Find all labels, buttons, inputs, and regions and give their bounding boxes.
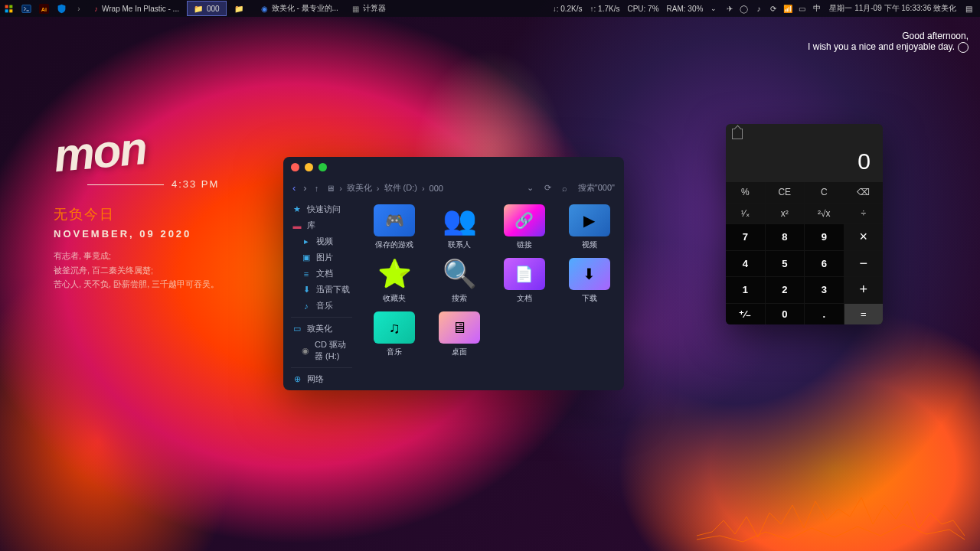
sidebar-item[interactable]: ▸视频 xyxy=(283,233,360,249)
ai-icon[interactable]: Ai xyxy=(35,0,52,17)
battery-icon[interactable]: ▭ xyxy=(797,4,807,14)
calc-key-.[interactable]: . xyxy=(805,304,844,325)
breadcrumb[interactable]: 🖥› 致美化› 软件 (D:)› 000 xyxy=(326,182,443,194)
net-down: ↓: 0.2K/s xyxy=(553,5,583,13)
calc-display: 0 xyxy=(726,144,883,182)
dropdown-icon[interactable]: ⌄ xyxy=(527,183,534,193)
explorer-content: 🎮保存的游戏👥联系人🔗链接▶视频⭐收藏夹🔍搜索📄文档⬇下载♫音乐🖥桌面 xyxy=(360,198,624,390)
telegram-icon[interactable]: ✈ xyxy=(724,4,734,14)
wifi-icon[interactable]: 📶 xyxy=(782,4,792,14)
calc-keypad: %CEC⌫¹⁄ₓx²²√x÷789×456−123+⁺⁄₋0.= xyxy=(726,182,883,324)
sidebar-item[interactable]: ▭致美化 xyxy=(283,321,360,337)
window-titlebar[interactable] xyxy=(283,157,624,178)
calc-key-1[interactable]: 1 xyxy=(726,277,765,303)
svg-rect-1 xyxy=(9,5,12,8)
calc-key-C[interactable]: C xyxy=(805,182,844,203)
sidebar-item[interactable]: ⬇迅雷下载 xyxy=(283,282,360,298)
back-button[interactable]: ‹ xyxy=(292,182,296,194)
folder-item[interactable]: 🎮保存的游戏 xyxy=(363,203,426,252)
search-icon: ⌕ xyxy=(562,184,567,193)
folder-item[interactable]: 🔗链接 xyxy=(493,203,557,252)
taskbar-task[interactable]: ▦计算器 xyxy=(346,1,392,16)
calc-key-9[interactable]: 9 xyxy=(805,224,844,250)
folder-item[interactable]: 📄文档 xyxy=(493,256,557,305)
rainmeter-widget: mon 4:33 PM 无负今日 NOVEMBER, 09 2020 有志者, … xyxy=(54,122,219,292)
sidebar-item[interactable]: ▬库 xyxy=(283,217,360,233)
date-label: NOVEMBER, 09 2020 xyxy=(54,228,219,240)
calc-key-%[interactable]: % xyxy=(726,182,765,203)
svg-rect-2 xyxy=(5,9,8,12)
svg-rect-3 xyxy=(9,9,12,12)
calc-key-²√x[interactable]: ²√x xyxy=(805,204,844,224)
explorer-sidebar: ★快速访问▬库▸视频▣图片≡文档⬇迅雷下载♪音乐▭致美化◉CD 驱动器 (H:)… xyxy=(283,198,360,390)
close-button[interactable] xyxy=(291,163,299,171)
calc-key-=[interactable]: = xyxy=(844,304,884,325)
file-explorer-window: ‹ › ↑ 🖥› 致美化› 软件 (D:)› 000 ⌄ ⟳ ⌕ 搜索"000"… xyxy=(283,157,624,390)
calc-key-5[interactable]: 5 xyxy=(766,251,805,277)
sync-icon[interactable]: ⟳ xyxy=(768,4,778,14)
calc-key-−[interactable]: − xyxy=(844,251,884,277)
folder-item[interactable]: ⬇下载 xyxy=(557,256,621,305)
maximize-button[interactable] xyxy=(318,163,327,171)
office-icon[interactable] xyxy=(0,0,17,17)
up-button[interactable]: ↑ xyxy=(315,184,319,193)
ram-stat: RAM: 30% xyxy=(667,5,704,13)
sound-icon[interactable]: ♪ xyxy=(753,4,763,14)
svg-text:Ai: Ai xyxy=(41,5,46,12)
input-icon[interactable]: 中 xyxy=(812,4,822,14)
calc-key-6[interactable]: 6 xyxy=(805,251,844,277)
sidebar-item[interactable]: ≡文档 xyxy=(283,266,360,282)
greeting-widget: Good afternoon, I wish you a nice and en… xyxy=(808,31,969,53)
bell-icon[interactable]: ◯ xyxy=(739,4,749,14)
calc-key-¹⁄ₓ[interactable]: ¹⁄ₓ xyxy=(726,204,765,224)
taskbar-task[interactable]: ◉致美化 - 最专业的... xyxy=(255,1,345,16)
calc-key-4[interactable]: 4 xyxy=(726,251,765,277)
calc-key-÷[interactable]: ÷ xyxy=(844,204,884,224)
folder-item[interactable]: ⭐收藏夹 xyxy=(363,256,426,305)
svg-rect-0 xyxy=(5,5,8,8)
folder-item[interactable]: ▶视频 xyxy=(557,203,621,252)
calc-key-3[interactable]: 3 xyxy=(805,277,844,303)
calc-key-7[interactable]: 7 xyxy=(726,224,765,250)
calc-key-+[interactable]: + xyxy=(844,277,884,303)
defender-icon[interactable] xyxy=(53,0,70,17)
folder-item[interactable]: ♫音乐 xyxy=(363,310,426,359)
pc-icon[interactable]: 🖥 xyxy=(326,184,335,193)
keep-on-top-button[interactable] xyxy=(732,129,743,139)
calc-key-×[interactable]: × xyxy=(844,224,884,250)
folder-item[interactable]: 🔍搜索 xyxy=(428,256,492,305)
calc-key-⁺⁄₋[interactable]: ⁺⁄₋ xyxy=(726,304,765,325)
audio-visualizer xyxy=(697,482,965,551)
sidebar-item[interactable]: ▣图片 xyxy=(283,249,360,266)
calc-key-0[interactable]: 0 xyxy=(766,304,805,325)
folder-item[interactable]: 🖥桌面 xyxy=(428,310,492,359)
arrow-icon[interactable]: › xyxy=(70,0,87,17)
calc-key-2[interactable]: 2 xyxy=(766,277,805,303)
refresh-button[interactable]: ⟳ xyxy=(544,183,551,193)
svg-rect-4 xyxy=(21,5,30,12)
calc-key-x²[interactable]: x² xyxy=(766,204,805,224)
motto-title: 无负今日 xyxy=(54,205,219,223)
taskbar-task[interactable]: ♪Wrap Me In Plastic - ... xyxy=(88,1,185,16)
powershell-icon[interactable] xyxy=(18,0,34,17)
chevron-down-icon[interactable]: ⌄ xyxy=(710,5,717,12)
greeting-line1: Good afternoon, xyxy=(808,31,969,41)
sidebar-item[interactable]: ◉CD 驱动器 (H:) xyxy=(283,337,360,364)
folder-item[interactable]: 👥联系人 xyxy=(428,203,492,252)
calc-key-8[interactable]: 8 xyxy=(766,224,805,250)
calc-key-CE[interactable]: CE xyxy=(766,182,805,203)
taskbar-task[interactable]: 📁000 xyxy=(187,1,227,16)
taskbar-task[interactable]: 📁 xyxy=(228,1,253,16)
sidebar-item[interactable]: ★快速访问 xyxy=(283,201,360,217)
clock[interactable]: 星期一 11月-09 下午 16:33:36 致美化 xyxy=(829,3,956,14)
greeting-line2: I wish you a nice and enjoyable day. xyxy=(808,41,955,52)
notification-icon[interactable]: ▤ xyxy=(964,4,974,14)
day-label: mon xyxy=(51,116,221,183)
sidebar-item[interactable]: ⊕网络 xyxy=(283,371,360,387)
forward-button[interactable]: › xyxy=(303,182,306,194)
minimize-button[interactable] xyxy=(305,163,313,171)
calc-key-⌫[interactable]: ⌫ xyxy=(844,182,884,203)
sidebar-item[interactable]: ♪音乐 xyxy=(283,298,360,314)
calculator-window: 0 %CEC⌫¹⁄ₓx²²√x÷789×456−123+⁺⁄₋0.= xyxy=(726,124,883,324)
search-input[interactable]: 搜索"000" xyxy=(578,182,615,194)
